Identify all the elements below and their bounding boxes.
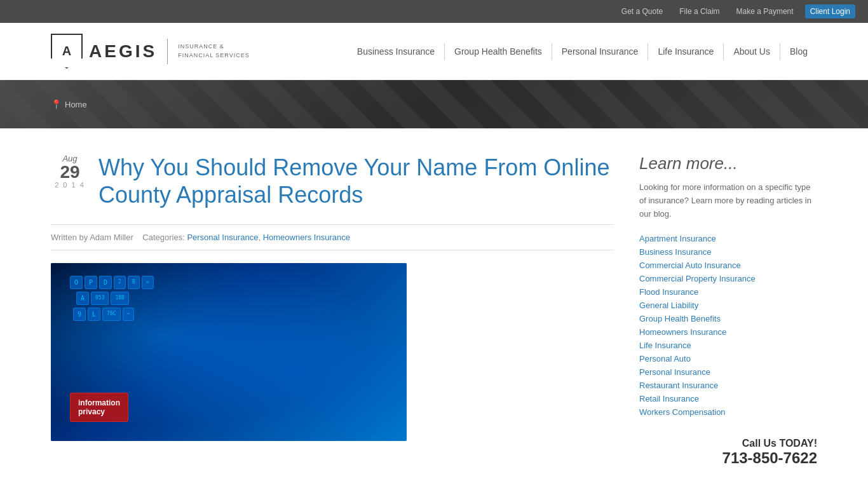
sidebar-links-list: Apartment Insurance Business Insurance C… xyxy=(639,232,817,419)
brand-name: AEGIS xyxy=(89,41,157,62)
sidebar-link-restaurant[interactable]: Restaurant Insurance xyxy=(639,379,817,392)
logo-divider xyxy=(167,39,168,64)
sidebar-link-group-health[interactable]: Group Health Benefits xyxy=(639,312,817,325)
meta-categories-label: Categories: xyxy=(142,233,184,242)
sidebar-call: Call Us TODAY! 713-850-7622 xyxy=(639,438,817,467)
call-number: 713-850-7622 xyxy=(639,449,817,467)
main-content: Aug 29 2 0 1 4 Why You Should Remove You… xyxy=(0,128,868,488)
logo-sub-line2: FINANCIAL SERVICES xyxy=(178,52,250,58)
nav-business-insurance[interactable]: Business Insurance xyxy=(348,43,445,60)
pin-icon: 📍 xyxy=(51,99,62,109)
nav-personal-insurance[interactable]: Personal Insurance xyxy=(552,43,649,60)
sidebar-link-apartment[interactable]: Apartment Insurance xyxy=(639,232,817,245)
sidebar-link-life[interactable]: Life Insurance xyxy=(639,339,817,352)
category-personal-insurance[interactable]: Personal Insurance xyxy=(187,233,258,242)
call-label: Call Us TODAY! xyxy=(639,438,817,449)
date-year-display: 2 0 1 4 xyxy=(51,181,89,189)
header: A AEGIS INSURANCE & FINANCIAL SERVICES B… xyxy=(0,23,868,80)
meta-author: Adam Miller xyxy=(90,233,133,242)
keyboard-keys: O P D 2 B = A 053 1BB 9 L 76C → xyxy=(70,276,154,321)
logo-text: AEGIS INSURANCE & FINANCIAL SERVICES xyxy=(89,39,250,64)
logo-letter: A xyxy=(62,44,71,58)
sidebar-link-flood[interactable]: Flood Insurance xyxy=(639,285,817,299)
breadcrumb-banner: 📍 Home xyxy=(0,80,868,128)
article-image: O P D 2 B = A 053 1BB 9 L 76C → xyxy=(51,263,407,441)
sidebar-link-retail[interactable]: Retail Insurance xyxy=(639,392,817,405)
date-num-display: 29 xyxy=(51,163,89,181)
breadcrumb-home[interactable]: Home xyxy=(65,100,87,109)
nav-life-insurance[interactable]: Life Insurance xyxy=(648,43,724,60)
client-login-button[interactable]: Client Login xyxy=(805,4,855,18)
nav-group-health[interactable]: Group Health Benefits xyxy=(445,43,552,60)
file-claim-button[interactable]: File a Claim xyxy=(674,4,724,18)
category-homeowners-insurance[interactable]: Homeowners Insurance xyxy=(263,233,350,242)
sidebar-link-business[interactable]: Business Insurance xyxy=(639,245,817,259)
meta-written-by: Written by xyxy=(51,233,88,242)
logo[interactable]: A AEGIS INSURANCE & FINANCIAL SERVICES xyxy=(51,34,250,69)
sidebar-link-personal-auto[interactable]: Personal Auto xyxy=(639,352,817,365)
logo-subtitle: INSURANCE & FINANCIAL SERVICES xyxy=(178,43,250,60)
red-key-block: informationprivacy xyxy=(70,393,128,422)
article-area: Aug 29 2 0 1 4 Why You Should Remove You… xyxy=(51,154,614,467)
sidebar-link-general-liability[interactable]: General Liability xyxy=(639,299,817,312)
article-title: Why You Should Remove Your Name From Onl… xyxy=(98,154,614,208)
nav-about-us[interactable]: About Us xyxy=(724,43,780,60)
sidebar-description: Looking for more information on a specif… xyxy=(639,181,817,220)
sidebar-link-commercial-property[interactable]: Commercial Property Insurance xyxy=(639,272,817,285)
sidebar-link-commercial-auto[interactable]: Commercial Auto Insurance xyxy=(639,259,817,272)
sidebar-title: Learn more... xyxy=(639,154,817,173)
get-quote-button[interactable]: Get a Quote xyxy=(616,4,668,18)
logo-shield: A xyxy=(51,34,83,69)
logo-sub-line1: INSURANCE & xyxy=(178,43,224,50)
sidebar: Learn more... Looking for more informati… xyxy=(639,154,817,467)
sidebar-link-homeowners[interactable]: Homeowners Insurance xyxy=(639,325,817,339)
top-bar: Get a Quote File a Claim Make a Payment … xyxy=(0,0,868,23)
sidebar-link-personal-insurance[interactable]: Personal Insurance xyxy=(639,365,817,379)
nav-blog[interactable]: Blog xyxy=(780,43,817,60)
sidebar-link-workers-comp[interactable]: Workers Compensation xyxy=(639,405,817,419)
date-badge: Aug 29 2 0 1 4 xyxy=(51,154,89,189)
article-meta: Written by Adam Miller Categories: Perso… xyxy=(51,224,614,250)
breadcrumb: 📍 Home xyxy=(51,99,817,109)
main-nav: Business Insurance Group Health Benefits… xyxy=(348,43,817,60)
make-payment-button[interactable]: Make a Payment xyxy=(731,4,799,18)
date-title-row: Aug 29 2 0 1 4 Why You Should Remove You… xyxy=(51,154,614,208)
